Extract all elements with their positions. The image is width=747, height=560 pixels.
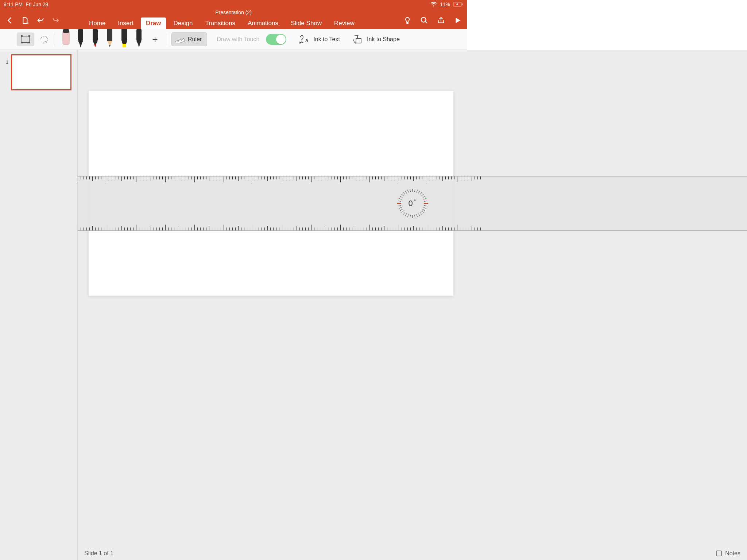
svg-line-52: [400, 209, 402, 211]
svg-line-47: [410, 215, 410, 218]
tab-insert[interactable]: Insert: [113, 18, 139, 29]
select-tool[interactable]: [17, 32, 34, 46]
tab-draw[interactable]: Draw: [141, 18, 166, 29]
svg-rect-8: [21, 35, 23, 37]
svg-line-33: [421, 194, 423, 196]
svg-point-5: [28, 23, 29, 23]
battery-icon: [453, 2, 463, 7]
pen-tool-1[interactable]: [73, 29, 88, 50]
svg-rect-27: [356, 39, 361, 43]
tab-design[interactable]: Design: [168, 18, 198, 29]
slide-thumbnail-1[interactable]: [11, 54, 71, 90]
status-date: Fri Jun 28: [26, 1, 48, 7]
tab-slide-show[interactable]: Slide Show: [286, 18, 327, 29]
draw-ribbon: + Ruler Draw with Touch a Ink to Text In…: [0, 29, 467, 50]
svg-rect-2: [462, 4, 463, 5]
wifi-icon: [430, 2, 437, 7]
slide-thumbnail-rail[interactable]: 1: [0, 50, 78, 350]
pen-tool-4[interactable]: [117, 29, 132, 50]
onscreen-ruler[interactable]: 0°: [78, 176, 467, 231]
tell-me-button[interactable]: [400, 14, 414, 27]
redo-button[interactable]: [48, 14, 63, 27]
ink-to-shape-button[interactable]: Ink to Shape: [349, 34, 403, 44]
tab-transitions[interactable]: Transitions: [200, 18, 240, 29]
svg-line-63: [410, 189, 410, 192]
svg-line-34: [422, 196, 425, 198]
svg-rect-10: [21, 42, 23, 43]
svg-line-57: [399, 198, 402, 199]
pen-tool-2[interactable]: [88, 29, 102, 50]
svg-line-36: [424, 201, 427, 201]
svg-rect-15: [93, 29, 98, 41]
lasso-tool[interactable]: [39, 34, 50, 45]
status-battery: 11%: [440, 1, 450, 7]
ink-to-text-icon: a: [299, 34, 310, 44]
dial-ticks-icon: [398, 188, 427, 218]
document-title: Presentation (2): [0, 9, 467, 15]
svg-line-49: [405, 214, 407, 216]
pen-tool-3[interactable]: [102, 29, 117, 50]
svg-rect-17: [121, 29, 127, 40]
ruler-label: Ruler: [188, 36, 202, 43]
thumbnail-number: 1: [6, 59, 8, 65]
svg-rect-19: [136, 29, 142, 41]
svg-line-31: [418, 191, 420, 193]
svg-line-56: [398, 201, 401, 201]
tab-home[interactable]: Home: [84, 18, 111, 29]
svg-line-62: [407, 190, 409, 192]
svg-line-42: [420, 213, 422, 215]
svg-line-61: [405, 191, 407, 193]
svg-line-44: [416, 214, 417, 217]
draw-with-touch-toggle[interactable]: Draw with Touch: [214, 34, 289, 45]
title-bar: Presentation (2) HomeInsertDrawDesignTra…: [0, 9, 467, 29]
svg-rect-14: [78, 29, 83, 41]
pen-tool-5[interactable]: [132, 29, 146, 50]
svg-line-59: [401, 194, 403, 196]
svg-line-41: [421, 211, 423, 213]
svg-line-54: [398, 206, 401, 206]
svg-rect-9: [28, 35, 30, 37]
svg-line-43: [418, 214, 420, 216]
ruler-button[interactable]: Ruler: [171, 32, 207, 46]
search-button[interactable]: [417, 14, 431, 27]
svg-line-48: [407, 214, 409, 217]
svg-line-50: [403, 213, 405, 215]
ruler-angle-dial[interactable]: 0°: [398, 188, 427, 218]
svg-rect-11: [28, 42, 30, 43]
status-time: 9:11 PM: [4, 1, 23, 7]
svg-text:a: a: [305, 38, 308, 43]
ipad-status-bar: 9:11 PM Fri Jun 28 11%: [0, 0, 467, 9]
add-pen-button[interactable]: +: [148, 32, 162, 47]
svg-rect-18: [123, 44, 126, 47]
svg-line-51: [401, 211, 403, 213]
svg-line-40: [422, 209, 425, 211]
svg-point-4: [27, 23, 28, 23]
tab-animations[interactable]: Animations: [243, 18, 283, 29]
svg-rect-1: [454, 3, 455, 6]
share-button[interactable]: [434, 14, 448, 27]
svg-rect-16: [107, 29, 112, 41]
file-menu-button[interactable]: [18, 14, 33, 27]
toggle-switch[interactable]: [266, 34, 286, 45]
tab-review[interactable]: Review: [329, 18, 360, 29]
svg-line-29: [414, 189, 415, 192]
slide-canvas-area[interactable]: 0°: [78, 50, 467, 350]
editor-area: 1 0° Slide 1 of 1 Notes: [0, 50, 467, 350]
svg-line-30: [416, 190, 417, 192]
ruler-icon: [175, 35, 185, 43]
svg-rect-13: [63, 29, 69, 33]
svg-line-58: [400, 196, 402, 198]
ink-to-shape-icon: [352, 34, 363, 44]
svg-line-60: [403, 192, 405, 194]
back-button[interactable]: [2, 14, 18, 27]
svg-line-53: [399, 207, 402, 209]
svg-point-3: [26, 23, 27, 23]
undo-button[interactable]: [33, 14, 48, 27]
ink-to-text-button[interactable]: a Ink to Text: [296, 34, 343, 44]
pen-tool-0[interactable]: [59, 29, 73, 50]
slideshow-button[interactable]: [451, 14, 465, 27]
svg-line-35: [423, 198, 426, 199]
svg-line-39: [423, 207, 426, 209]
draw-with-touch-label: Draw with Touch: [217, 36, 259, 43]
ink-to-text-label: Ink to Text: [313, 36, 340, 43]
